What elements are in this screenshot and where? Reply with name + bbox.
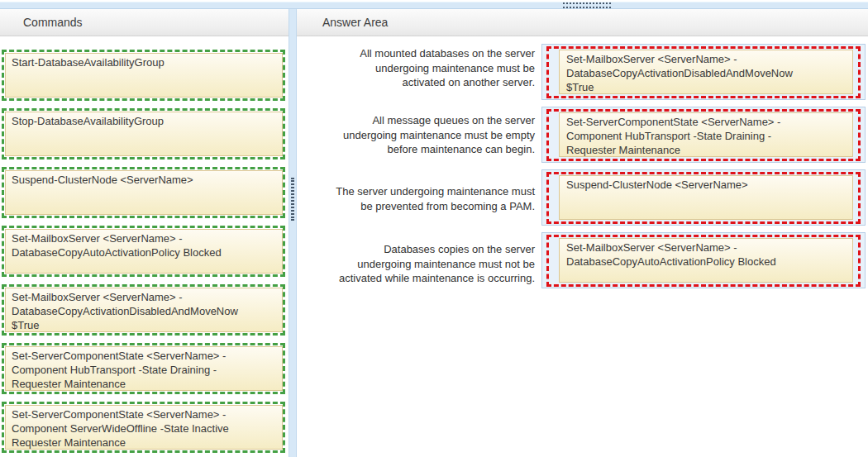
answer-row: All mounted databases on the server unde… <box>297 44 868 100</box>
command-text: Set-MailboxServer <ServerName> - Databas… <box>5 288 283 332</box>
question-text: All message queues on the server undergo… <box>297 107 535 157</box>
command-text: Start-DatabaseAvailabilityGroup <box>5 53 283 98</box>
command-text: Set-ServerComponentState <ServerName> - … <box>5 346 283 391</box>
exam-question-screen: Commands Start-DatabaseAvailabilityGroup… <box>0 0 868 457</box>
dropped-command-text[interactable]: Suspend-ClusterNode <ServerName> <box>559 175 853 220</box>
drop-target[interactable]: Set-MailboxServer <ServerName> - Databas… <box>541 44 866 100</box>
drop-target[interactable]: Set-ServerComponentState <ServerName> - … <box>541 107 866 163</box>
drop-target[interactable]: Suspend-ClusterNode <ServerName> <box>541 169 866 226</box>
commands-list: Start-DatabaseAvailabilityGroup Stop-Dat… <box>2 50 285 457</box>
command-item-activation-disabled-movenow[interactable]: Set-MailboxServer <ServerName> - Databas… <box>2 284 285 336</box>
answer-row: Databases copies on the server undergoin… <box>297 232 868 288</box>
command-item-serverwideoffline-inactive[interactable]: Set-ServerComponentState <ServerName> - … <box>2 402 285 453</box>
command-item-autoactivation-blocked[interactable]: Set-MailboxServer <ServerName> - Databas… <box>2 226 285 277</box>
question-text: Databases copies on the server undergoin… <box>297 232 535 286</box>
command-text: Stop-DatabaseAvailabilityGroup <box>5 112 283 156</box>
grip-dots-icon <box>291 178 294 221</box>
command-item-stop-dag[interactable]: Stop-DatabaseAvailabilityGroup <box>2 108 285 159</box>
command-text: Set-ServerComponentState <ServerName> - … <box>5 405 283 450</box>
answer-row: All message queues on the server undergo… <box>297 107 868 163</box>
dropped-command-text[interactable]: Set-MailboxServer <ServerName> - Databas… <box>559 238 853 283</box>
question-text: All mounted databases on the server unde… <box>297 44 535 90</box>
commands-panel: Commands Start-DatabaseAvailabilityGroup… <box>0 9 289 457</box>
command-text: Suspend-ClusterNode <ServerName> <box>5 170 283 215</box>
question-text: The server undergoing maintenance must b… <box>297 169 535 213</box>
vertical-splitter[interactable] <box>289 9 297 457</box>
command-item-suspend-clusternode[interactable]: Suspend-ClusterNode <ServerName> <box>2 167 285 218</box>
answer-area-panel: Answer Area All mounted databases on the… <box>297 9 868 457</box>
horizontal-splitter[interactable] <box>0 2 868 9</box>
answer-area-title: Answer Area <box>297 9 868 36</box>
answer-rows: All mounted databases on the server unde… <box>297 37 868 288</box>
drop-target[interactable]: Set-MailboxServer <ServerName> - Databas… <box>541 232 866 288</box>
grip-dots-icon <box>563 2 611 8</box>
dropped-command-text[interactable]: Set-MailboxServer <ServerName> - Databas… <box>559 50 853 94</box>
commands-panel-title: Commands <box>0 9 289 36</box>
command-text: Set-MailboxServer <ServerName> - Databas… <box>5 229 283 274</box>
dropped-command-text[interactable]: Set-ServerComponentState <ServerName> - … <box>559 112 853 157</box>
command-item-start-dag[interactable]: Start-DatabaseAvailabilityGroup <box>2 50 285 101</box>
answer-row: The server undergoing maintenance must b… <box>297 169 868 226</box>
command-item-hubtransport-draining[interactable]: Set-ServerComponentState <ServerName> - … <box>2 343 285 394</box>
